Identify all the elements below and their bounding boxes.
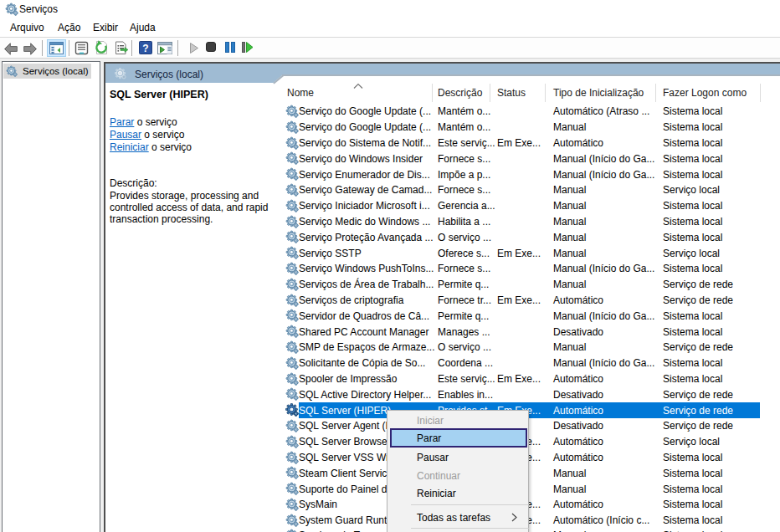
svg-text:?: ? xyxy=(142,43,148,54)
